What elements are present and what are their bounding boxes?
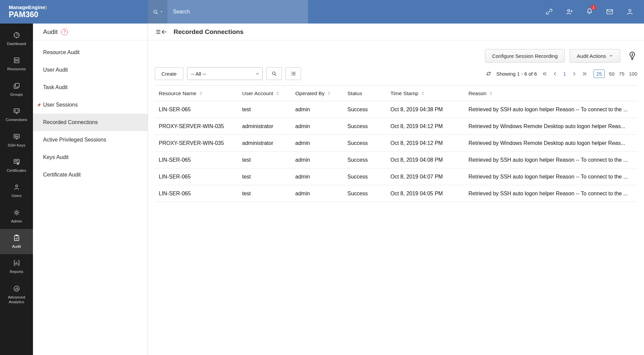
- create-button[interactable]: Create: [155, 67, 183, 80]
- sidebar-item-certificates[interactable]: Certificates: [0, 153, 33, 178]
- column-header-time-stamp[interactable]: Time Stamp: [386, 86, 464, 101]
- toolbar-row: Create -- All -- Showing 1 - 6 of 6: [155, 67, 637, 80]
- help-icon[interactable]: ?: [61, 29, 68, 35]
- sidebar-item-admin[interactable]: Admin: [0, 204, 33, 229]
- actions-row: Configure Session Recording Audit Action…: [155, 49, 637, 63]
- table-row[interactable]: LIN-SER-065 test admin Success Oct 8, 20…: [155, 101, 637, 118]
- sort-icon[interactable]: [489, 91, 493, 95]
- audit-menu-item-label: User Sessions: [43, 102, 78, 108]
- page-size-25[interactable]: 25: [594, 70, 605, 78]
- table-row[interactable]: PROXY-SERVER-WIN-035 administrator admin…: [155, 135, 637, 152]
- sidebar-item-label: Groups: [10, 92, 23, 97]
- cell-operated-by: admin: [291, 152, 343, 168]
- page-size-50[interactable]: 50: [609, 71, 615, 77]
- page-size-100[interactable]: 100: [629, 71, 637, 77]
- icon-sidebar: Dashboard Resources Groups Connections S…: [0, 24, 33, 355]
- audit-menu-item-recorded-connections[interactable]: Recorded Connections: [33, 114, 148, 131]
- sidebar-item-connections[interactable]: Connections: [0, 102, 33, 127]
- cell-reason: Retrieved by SSH auto logon helper Reaso…: [464, 152, 637, 168]
- lightbulb-icon[interactable]: [627, 51, 637, 61]
- dashboard-icon: [13, 31, 21, 39]
- manageengine-logo[interactable]: ManageEngine) PAM360: [0, 0, 148, 24]
- page-size-75[interactable]: 75: [619, 71, 624, 77]
- sidebar-item-dashboard[interactable]: Dashboard: [0, 26, 33, 51]
- mail-icon[interactable]: [606, 8, 614, 16]
- sidebar-item-groups[interactable]: Groups: [0, 77, 33, 102]
- first-page-icon[interactable]: [542, 71, 547, 77]
- cell-user-account: test: [238, 185, 291, 202]
- table-row[interactable]: LIN-SER-065 test admin Success Oct 8, 20…: [155, 168, 637, 185]
- connections-icon: [13, 107, 21, 115]
- sidebar-item-audit[interactable]: Audit: [0, 229, 33, 254]
- column-header-status[interactable]: Status: [343, 86, 386, 101]
- user-add-icon[interactable]: [565, 8, 573, 16]
- column-header-user-account[interactable]: User Account: [238, 86, 291, 101]
- table-row[interactable]: LIN-SER-065 test admin Success Oct 8, 20…: [155, 185, 637, 202]
- resources-icon: [13, 56, 21, 64]
- table-row[interactable]: LIN-SER-065 test admin Success Oct 8, 20…: [155, 152, 637, 168]
- audit-menu-item-label: Keys Audit: [43, 154, 69, 160]
- last-page-icon[interactable]: [582, 71, 588, 77]
- cell-status: Success: [343, 152, 386, 168]
- recorded-connections-table: Resource Name User Account Operated By S…: [155, 85, 637, 202]
- notification-badge: 1: [591, 5, 596, 10]
- filter-select[interactable]: -- All --: [187, 67, 263, 80]
- column-label: Time Stamp: [390, 90, 418, 96]
- configure-session-recording-button[interactable]: Configure Session Recording: [485, 49, 565, 63]
- cell-user-account: test: [238, 168, 291, 185]
- cell-reason: Retrieved by SSH auto logon helper Reaso…: [464, 101, 637, 118]
- page-title: Recorded Connections: [174, 28, 243, 36]
- sidebar-item-label: Connections: [6, 117, 27, 122]
- link-icon[interactable]: [545, 8, 553, 16]
- list-view-button[interactable]: [286, 67, 301, 80]
- sidebar-item-advanced-analytics[interactable]: Advanced Analytics: [0, 280, 33, 310]
- search-input[interactable]: [167, 0, 308, 24]
- search-scope-button[interactable]: [148, 0, 167, 24]
- column-label: Resource Name: [159, 90, 196, 96]
- sort-icon[interactable]: [275, 91, 280, 95]
- search-table-button[interactable]: [266, 67, 282, 80]
- sidebar-item-resources[interactable]: Resources: [0, 51, 33, 77]
- prev-page-icon[interactable]: [552, 71, 558, 77]
- column-header-reason[interactable]: Reason: [464, 86, 637, 101]
- global-search: [148, 0, 308, 24]
- current-page[interactable]: 1: [563, 71, 567, 77]
- audit-menu-item-label: Resource Audit: [43, 49, 80, 55]
- content: Configure Session Recording Audit Action…: [148, 40, 644, 355]
- column-header-resource-name[interactable]: Resource Name: [155, 86, 238, 101]
- back-arrow-icon[interactable]: [161, 29, 167, 35]
- column-label: Status: [347, 90, 362, 96]
- audit-menu-item-user-audit[interactable]: User Audit: [33, 61, 148, 79]
- audit-icon: [13, 234, 21, 242]
- sidebar-item-users[interactable]: Users: [0, 178, 33, 203]
- account-icon[interactable]: [626, 8, 634, 16]
- sidebar-item-reports[interactable]: Reports: [0, 254, 33, 279]
- audit-menu-item-resource-audit[interactable]: Resource Audit: [33, 44, 148, 61]
- audit-actions-button[interactable]: Audit Actions: [570, 49, 620, 63]
- sidebar-item-label: Users: [11, 193, 22, 198]
- cell-status: Success: [343, 135, 386, 152]
- audit-menu-item-active-privileged-sessions[interactable]: Active Privileged Sessions: [33, 131, 148, 149]
- audit-menu-item-task-audit[interactable]: Task Audit: [33, 79, 148, 96]
- cell-user-account: test: [238, 101, 291, 118]
- refresh-icon[interactable]: [486, 71, 492, 77]
- cell-user-account: administrator: [238, 135, 291, 152]
- audit-menu-item-user-sessions[interactable]: User Sessions: [33, 96, 148, 114]
- sort-icon[interactable]: [327, 91, 331, 95]
- sort-icon[interactable]: [421, 91, 425, 95]
- audit-menu-item-keys-audit[interactable]: Keys Audit: [33, 149, 148, 166]
- cell-resource-name: LIN-SER-065: [155, 101, 238, 118]
- sidebar-item-label: Reports: [10, 269, 23, 274]
- sidebar-item-label: Resources: [7, 67, 26, 71]
- chevron-down-icon: [255, 72, 260, 76]
- next-page-icon[interactable]: [571, 71, 577, 77]
- sidebar-item-ssh-keys[interactable]: SSH Keys: [0, 128, 33, 153]
- column-header-operated-by[interactable]: Operated By: [291, 86, 343, 101]
- table-header-row: Resource Name User Account Operated By S…: [155, 86, 637, 101]
- notifications-button[interactable]: 1: [585, 7, 594, 16]
- table-row[interactable]: PROXY-SERVER-WIN-035 administrator admin…: [155, 118, 637, 135]
- cell-resource-name: PROXY-SERVER-WIN-035: [155, 118, 238, 135]
- audit-menu-item-certificate-audit[interactable]: Certificate Audit: [33, 166, 148, 184]
- sort-icon[interactable]: [199, 91, 203, 95]
- search-icon: [152, 9, 159, 15]
